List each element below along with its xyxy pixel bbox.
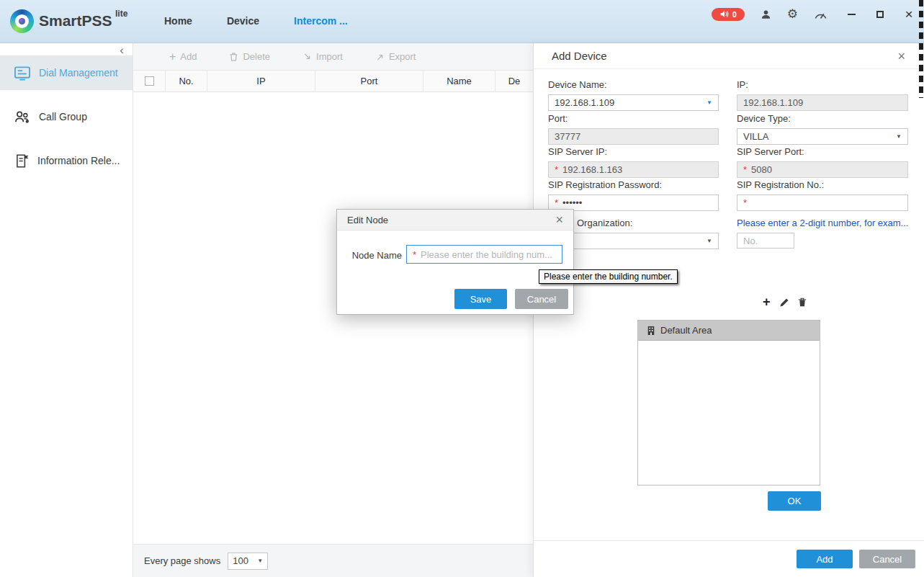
close-button[interactable]: × bbox=[904, 7, 914, 21]
add-node-button[interactable]: + bbox=[763, 295, 771, 308]
cancel-button[interactable]: Cancel bbox=[515, 289, 568, 309]
area-tree: Default Area bbox=[637, 320, 820, 486]
port-field: 37777 bbox=[548, 128, 719, 145]
area-tree-node-default[interactable]: Default Area bbox=[638, 321, 820, 341]
sidebar-item-label: Information Rele... bbox=[37, 155, 120, 166]
sidebar-item-call-group[interactable]: Call Group bbox=[0, 99, 133, 134]
device-type-dropdown[interactable]: VILLA ▼ bbox=[737, 128, 908, 145]
maximize-button[interactable] bbox=[875, 11, 885, 18]
app-name: SmartPSS bbox=[39, 12, 112, 30]
delete-node-button[interactable] bbox=[797, 297, 807, 308]
user-icon[interactable] bbox=[761, 9, 771, 20]
page-size-label: Every page shows bbox=[144, 555, 220, 566]
node-name-label: Node Name bbox=[347, 250, 402, 261]
panel-footer: Add Cancel bbox=[534, 540, 924, 577]
plus-icon: + bbox=[169, 51, 176, 63]
nav-intercom[interactable]: Intercom ... bbox=[294, 15, 348, 27]
close-icon[interactable]: × bbox=[555, 213, 563, 226]
add-button[interactable]: + Add bbox=[169, 51, 197, 63]
sip-server-port-field: * 5080 bbox=[737, 161, 908, 178]
chevron-down-icon: ▼ bbox=[707, 99, 712, 106]
required-marker: * bbox=[413, 249, 416, 260]
dial-management-icon bbox=[14, 66, 31, 81]
titlebar-tray: 0 ⚙ × bbox=[712, 7, 914, 21]
device-name-dropdown[interactable]: 192.168.1.109 ▼ bbox=[548, 94, 719, 111]
chevron-down-icon: ▼ bbox=[707, 238, 712, 244]
titlebar: SmartPSS lite Home Device Intercom ... 0… bbox=[0, 0, 924, 43]
minimize-icon bbox=[848, 14, 856, 15]
app-name-suffix: lite bbox=[115, 9, 127, 19]
sidebar: ‹ Dial Management Call Group Information… bbox=[0, 43, 133, 577]
no-input[interactable]: No. bbox=[737, 233, 794, 249]
sidebar-item-dial-management[interactable]: Dial Management bbox=[0, 55, 133, 90]
edit-node-button[interactable] bbox=[779, 297, 789, 308]
port-label: Port: bbox=[548, 113, 568, 124]
sidebar-item-label: Call Group bbox=[39, 111, 87, 122]
column-header-no: No. bbox=[166, 71, 207, 91]
minimize-button[interactable] bbox=[846, 14, 856, 15]
building-icon bbox=[647, 326, 655, 336]
chevron-down-icon: ▼ bbox=[896, 133, 902, 140]
edit-node-dialog-header[interactable]: Edit Node × bbox=[337, 210, 573, 231]
device-toolbar: + Add Delete Import Export bbox=[133, 43, 533, 71]
ok-button[interactable]: OK bbox=[768, 491, 821, 511]
dashboard-gauge-icon[interactable] bbox=[814, 9, 827, 20]
app-logo-icon bbox=[10, 9, 34, 33]
import-button[interactable]: Import bbox=[302, 51, 343, 62]
sidebar-item-information-release[interactable]: Information Rele... bbox=[0, 143, 133, 178]
import-arrow-icon bbox=[302, 52, 312, 62]
nav-home[interactable]: Home bbox=[164, 15, 192, 27]
page-size-dropdown[interactable]: 100 ▼ bbox=[228, 553, 268, 570]
required-marker: * bbox=[743, 164, 747, 175]
main-nav: Home Device Intercom ... bbox=[164, 0, 348, 42]
column-header-port: Port bbox=[315, 71, 423, 91]
add-device-confirm-button[interactable]: Add bbox=[797, 550, 853, 568]
sip-server-ip-label: SIP Server IP: bbox=[548, 146, 607, 157]
table-body-empty bbox=[133, 92, 533, 544]
gear-icon[interactable]: ⚙ bbox=[787, 8, 798, 20]
required-marker: * bbox=[743, 197, 747, 208]
device-name-label: Device Name: bbox=[548, 79, 607, 90]
column-header-device: De bbox=[495, 71, 533, 91]
header-checkbox-cell bbox=[133, 71, 166, 91]
export-arrow-icon bbox=[375, 52, 385, 62]
maximize-icon bbox=[876, 11, 884, 18]
sidebar-item-label: Dial Management bbox=[39, 67, 118, 79]
node-name-input[interactable]: * Please enter the building num... bbox=[406, 245, 562, 264]
alarm-count: 0 bbox=[732, 10, 737, 19]
alarm-badge[interactable]: 0 bbox=[712, 8, 745, 21]
save-button[interactable]: Save bbox=[454, 289, 507, 309]
add-device-header: Add Device × bbox=[534, 43, 924, 69]
no-hint-text: Please enter a 2-digit number, for exam.… bbox=[737, 218, 911, 228]
sip-registration-no-field[interactable]: * bbox=[737, 194, 908, 211]
cancel-button[interactable]: Cancel bbox=[859, 550, 915, 568]
export-button[interactable]: Export bbox=[375, 51, 416, 62]
smartpss-window: SmartPSS lite Home Device Intercom ... 0… bbox=[0, 0, 924, 577]
device-type-label: Device Type: bbox=[737, 113, 791, 124]
sip-server-port-label: SIP Server Port: bbox=[737, 146, 804, 157]
required-marker: * bbox=[555, 164, 558, 175]
ip-field: 192.168.1.109 bbox=[737, 94, 908, 111]
delete-button[interactable]: Delete bbox=[229, 51, 270, 62]
nav-device[interactable]: Device bbox=[227, 15, 259, 27]
sip-registration-no-label: SIP Registration No.: bbox=[737, 179, 824, 190]
ip-label: IP: bbox=[737, 79, 748, 90]
table-header: No. IP Port Name De bbox=[133, 71, 533, 92]
select-all-checkbox[interactable] bbox=[145, 76, 154, 86]
information-release-icon bbox=[14, 153, 30, 169]
edit-node-dialog: Edit Node × Node Name * Please enter the… bbox=[336, 209, 574, 315]
call-group-icon bbox=[14, 109, 31, 125]
sip-server-ip-field: * 192.168.1.163 bbox=[548, 161, 719, 178]
tooltip: Please enter the building number. bbox=[539, 269, 678, 284]
trash-icon bbox=[229, 52, 238, 62]
column-header-ip: IP bbox=[207, 71, 315, 91]
pagination-bar: Every page shows 100 ▼ bbox=[133, 544, 533, 577]
vertical-scrollbar[interactable] bbox=[919, 0, 923, 98]
close-icon[interactable]: × bbox=[897, 50, 905, 63]
sidebar-collapse-button[interactable]: ‹ bbox=[120, 43, 124, 58]
speaker-icon bbox=[719, 10, 729, 18]
required-marker: * bbox=[555, 197, 558, 208]
close-icon: × bbox=[905, 7, 912, 21]
panel-title: Add Device bbox=[552, 50, 607, 62]
area-tree-actions: + bbox=[763, 295, 807, 308]
